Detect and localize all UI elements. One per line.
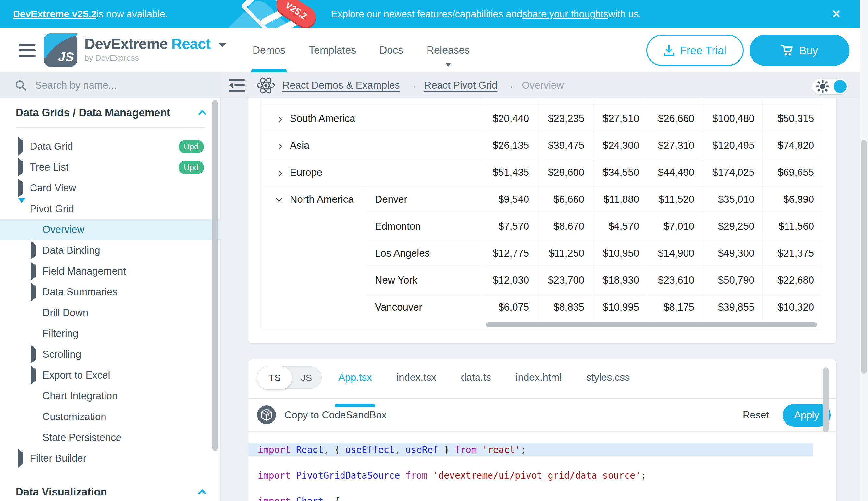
pivot-value-cell: $23,610 [648, 267, 703, 294]
page-scrollbar-thumb[interactable] [861, 140, 867, 374]
page-scrollbar [859, 0, 868, 501]
banner-announcement-suffix: is now available. [96, 9, 168, 20]
free-trial-label: Free Trial [680, 44, 726, 57]
code-tab-app-tsx[interactable]: App.tsx [338, 372, 372, 383]
sidebar-item-scrolling[interactable]: Scrolling [0, 344, 221, 365]
pivot-value-cell: $26,660 [648, 105, 703, 132]
nav-item-docs[interactable]: Docs [380, 28, 403, 73]
pivot-hscrollbar[interactable] [483, 321, 823, 328]
platform-chevron-down-icon[interactable] [219, 43, 227, 47]
nav-item-demos[interactable]: Demos [253, 28, 285, 73]
search-input[interactable] [35, 79, 191, 91]
sidebar-item-data-summaries[interactable]: Data Summaries [0, 282, 221, 302]
code-toolbar: Copy to CodeSandBox Reset Apply [248, 399, 837, 431]
pivot-row-asia: Asia$26,135$39,475$24,300$27,310$120,495… [262, 132, 823, 159]
sidebar-section-data-grids[interactable]: Data Grids / Data Management [0, 98, 221, 127]
banner-version-link[interactable]: DevExtreme v25.2 [13, 9, 96, 20]
sidebar-item-customization[interactable]: Customization [0, 406, 221, 427]
sidebar-item-filtering[interactable]: Filtering [0, 323, 221, 344]
expand-chevron-icon[interactable] [276, 116, 283, 122]
sidebar-collapse-icon[interactable] [229, 78, 245, 93]
language-toggle[interactable]: TS JS [257, 366, 322, 388]
search-icon [15, 79, 26, 91]
updated-badge: Upd [178, 161, 204, 174]
triangle-right-icon [31, 370, 43, 381]
nav-item-releases[interactable]: Releases [427, 28, 470, 73]
code-editor[interactable]: import React, { useEffect, useRef } from… [248, 432, 837, 501]
pivot-region-cell[interactable]: Europe [262, 159, 483, 186]
triangle-right-icon [18, 182, 30, 194]
code-tab-styles-css[interactable]: styles.css [586, 372, 630, 383]
app-header: JS DevExtreme React by DevExpress DemosT… [0, 28, 859, 73]
sidebar-item-drill-down[interactable]: Drill Down [0, 302, 221, 323]
banner-close-icon[interactable]: ✕ [832, 0, 841, 28]
sidebar-item-tree-list[interactable]: Tree ListUpd [0, 157, 221, 178]
nav-item-templates[interactable]: Templates [309, 28, 356, 73]
breadcrumb-link-pivot-grid[interactable]: React Pivot Grid [424, 79, 498, 91]
sidebar-item-label: Drill Down [43, 307, 88, 319]
sidebar-item-state-persistence[interactable]: State Persistence [0, 427, 221, 448]
pivot-hscrollbar-thumb[interactable] [486, 322, 817, 327]
code-tab-data-ts[interactable]: data.ts [461, 372, 491, 383]
pivot-value-cell: $4,570 [593, 213, 648, 240]
sidebar-item-filter-builder[interactable]: Filter Builder [0, 448, 221, 469]
theme-toggle-knob[interactable] [834, 80, 847, 93]
expand-chevron-icon[interactable] [276, 143, 283, 149]
sidebar-item-data-binding[interactable]: Data Binding [0, 240, 221, 261]
buy-button[interactable]: Buy [749, 35, 849, 66]
buy-label: Buy [799, 44, 818, 57]
sidebar-scrollbar[interactable] [212, 100, 218, 451]
breadcrumb-separator: → [407, 79, 417, 91]
pivot-region-cell[interactable]: South America [262, 105, 483, 132]
language-toggle-ts[interactable]: TS [257, 366, 292, 389]
pivot-city-cell: Denver [365, 186, 483, 213]
sidebar-item-export-to-excel[interactable]: Export to Excel [0, 365, 221, 386]
share-your-thoughts-link[interactable]: share your thoughts [522, 9, 608, 20]
language-toggle-js[interactable]: JS [292, 367, 321, 389]
hamburger-menu-icon[interactable] [19, 44, 36, 57]
pivot-hscroll-cell [483, 321, 823, 328]
pivot-partial-value-cell [538, 98, 593, 105]
chevron-up-icon[interactable] [198, 110, 206, 118]
pivot-partial-value-cell [648, 98, 703, 105]
triangle-right-icon [31, 265, 43, 277]
free-trial-button[interactable]: Free Trial [646, 35, 744, 66]
code-token-st: 'devextreme/ui/pivot_grid/data_source' [433, 470, 641, 481]
copy-to-codesandbox-button[interactable]: Copy to CodeSandBox [284, 399, 387, 431]
code-token-id: Chart [296, 496, 323, 501]
sidebar-item-overview[interactable]: Overview [0, 219, 221, 240]
sidebar-section-data-visualization[interactable]: Data Visualization [0, 477, 221, 501]
sidebar-item-data-grid[interactable]: Data GridUpd [0, 136, 221, 157]
sidebar-item-chart-integration[interactable]: Chart Integration [0, 386, 221, 406]
platform-name[interactable]: React [172, 35, 210, 52]
codesandbox-icon[interactable] [257, 405, 276, 424]
code-tab-index-tsx[interactable]: index.tsx [396, 372, 436, 383]
theme-toggle[interactable] [812, 79, 848, 94]
devextreme-logo[interactable]: JS [44, 33, 77, 67]
code-token-id: React [296, 445, 323, 455]
pivot-value-cell: $14,900 [648, 240, 703, 267]
banner-message-suffix: with us. [608, 9, 641, 20]
collapse-chevron-icon[interactable] [276, 195, 283, 202]
pivot-value-cell: $69,655 [763, 159, 823, 186]
triangle-right-icon [18, 452, 30, 464]
expand-chevron-icon[interactable] [276, 170, 283, 177]
banner-graphic: V25.2 [201, 0, 340, 28]
banner-message: Explore our newest features/capabilities… [331, 0, 641, 28]
sidebar-item-label: Pivot Grid [30, 203, 74, 215]
triangle-right-icon [18, 161, 30, 173]
pivot-value-cell: $29,250 [703, 213, 763, 240]
sidebar-item-field-management[interactable]: Field Management [0, 261, 221, 282]
code-editor-scrollbar[interactable] [823, 367, 829, 433]
code-token-kw: from [405, 470, 427, 481]
sidebar: Data Grids / Data ManagementData GridUpd… [0, 73, 221, 501]
pivot-region-cell[interactable]: Asia [262, 132, 483, 159]
breadcrumb-link-demos[interactable]: React Demos & Examples [283, 79, 400, 91]
pivot-region-cell[interactable]: North America [262, 186, 365, 321]
sidebar-item-pivot-grid[interactable]: Pivot Grid [0, 199, 221, 219]
reset-button[interactable]: Reset [738, 399, 773, 431]
sidebar-item-card-view[interactable]: Card View [0, 178, 221, 199]
chevron-up-icon[interactable] [198, 489, 206, 497]
pivot-value-cell: $8,175 [648, 294, 703, 321]
code-tab-index-html[interactable]: index.html [516, 372, 562, 383]
